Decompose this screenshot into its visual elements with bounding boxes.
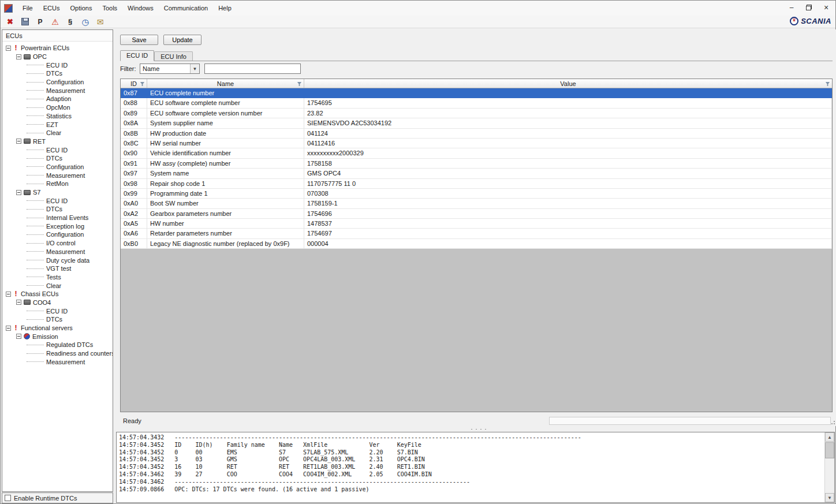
- filter-column-select[interactable]: Name ▼: [140, 64, 200, 74]
- update-button[interactable]: Update: [163, 35, 201, 45]
- tree-item-ecu-id[interactable]: ECU ID: [2, 307, 113, 315]
- splitter-grip-icon[interactable]: [469, 428, 489, 431]
- scroll-up-icon[interactable]: ▲: [825, 432, 834, 442]
- cell-name[interactable]: Legacy NE diagnostic number (replaced by…: [147, 239, 304, 249]
- menu-item[interactable]: Help: [213, 2, 237, 14]
- tree-item-io-control[interactable]: I/O control: [2, 239, 113, 248]
- tree-expander-icon[interactable]: [6, 46, 11, 51]
- tree-item-opc[interactable]: OPC: [2, 53, 113, 61]
- cell-id[interactable]: 0x98: [121, 179, 147, 189]
- save-button[interactable]: Save: [120, 35, 158, 45]
- chevron-down-icon[interactable]: ▼: [190, 64, 199, 73]
- tree-item-functional-servers[interactable]: Functional servers: [2, 324, 113, 333]
- cell-name[interactable]: HW number: [147, 219, 304, 229]
- cell-name[interactable]: HW production date: [147, 129, 304, 139]
- tab-ecu-id[interactable]: ECU ID: [120, 50, 154, 61]
- tree-item-regulated-dtcs[interactable]: Regulated DTCs: [2, 341, 113, 349]
- section-icon[interactable]: §: [65, 17, 75, 27]
- HW production date[interactable]: 0x8B HW production date 041124: [121, 129, 832, 139]
- tree-item-s7[interactable]: S7: [2, 188, 113, 197]
- ECU software complete number[interactable]: 0x88 ECU software complete number 175469…: [121, 98, 832, 108]
- log-scrollbar[interactable]: ▲ ▼: [824, 432, 834, 502]
- column-header-value[interactable]: Value: [304, 79, 832, 88]
- tree-item-chassi-ecus[interactable]: Chassi ECUs: [2, 290, 113, 298]
- tree-expander-icon[interactable]: [16, 190, 21, 195]
- tree-item-clear[interactable]: Clear: [2, 281, 113, 290]
- cell-id[interactable]: 0x90: [121, 148, 147, 158]
- cell-name[interactable]: Gearbox parameters number: [147, 209, 304, 219]
- tree-item-ezt[interactable]: EZT: [2, 120, 113, 129]
- tree-item-ret[interactable]: RET: [2, 137, 113, 146]
- tree-item-dtcs[interactable]: DTCs: [2, 205, 113, 214]
- tree-item-measurement[interactable]: Measurement: [2, 357, 113, 366]
- cell-value[interactable]: 1754697: [304, 229, 832, 238]
- tree-item-measurement[interactable]: Measurement: [2, 86, 113, 95]
- cell-value[interactable]: 1758158: [304, 159, 832, 169]
- cell-value[interactable]: 1758159-1: [304, 199, 832, 208]
- cell-name[interactable]: System supplier name: [147, 118, 304, 128]
- cell-id[interactable]: 0x97: [121, 169, 147, 178]
- cell-id[interactable]: 0x8C: [121, 139, 147, 148]
- cell-value[interactable]: GMS OPC4: [304, 169, 832, 178]
- scrollbar-thumb[interactable]: [825, 442, 834, 458]
- cell-id[interactable]: 0x91: [121, 159, 147, 169]
- HW serial number[interactable]: 0x8C HW serial number 04112416: [121, 139, 832, 148]
- ECU complete number[interactable]: 0x87 ECU complete number: [121, 88, 832, 98]
- cell-value[interactable]: 000004: [304, 239, 832, 249]
- cell-name[interactable]: Boot SW number: [147, 199, 304, 208]
- System supplier name[interactable]: 0x8A System supplier name SIEMENSVDO A2C…: [121, 118, 832, 128]
- tree-item-vgt-test[interactable]: VGT test: [2, 264, 113, 273]
- menu-item[interactable]: ECUs: [38, 2, 65, 14]
- filter-input[interactable]: [204, 64, 301, 74]
- cell-id[interactable]: 0x89: [121, 109, 147, 118]
- tree-item-ecu-id[interactable]: ECU ID: [2, 145, 113, 154]
- menu-item[interactable]: Windows: [122, 2, 159, 14]
- cell-value[interactable]: SIEMENSVDO A2C53034192: [304, 118, 832, 128]
- filter-funnel-icon[interactable]: [140, 81, 145, 88]
- cell-id[interactable]: 0xA0: [121, 199, 147, 208]
- cell-name[interactable]: Retarder parameters number: [147, 229, 304, 238]
- tree-item-emission[interactable]: Emission: [2, 332, 113, 341]
- menu-item[interactable]: Communication: [159, 2, 213, 14]
- tree-item-measurement[interactable]: Measurement: [2, 248, 113, 256]
- cell-id[interactable]: 0x8B: [121, 129, 147, 139]
- clock-icon[interactable]: ◷: [80, 17, 90, 27]
- resize-grip-icon[interactable]: [830, 419, 835, 425]
- Vehicle identification number[interactable]: 0x90 Vehicle identification number xxxxx…: [121, 148, 832, 158]
- tree-item-adaption[interactable]: Adaption: [2, 95, 113, 103]
- System name[interactable]: 0x97 System name GMS OPC4: [121, 169, 832, 178]
- cell-id[interactable]: 0xA6: [121, 229, 147, 238]
- tree-expander-icon[interactable]: [16, 139, 21, 144]
- tree-expander-icon[interactable]: [16, 300, 21, 305]
- tree-item-coo4[interactable]: COO4: [2, 298, 113, 307]
- cell-id[interactable]: 0x8A: [121, 118, 147, 128]
- save-icon[interactable]: [20, 17, 30, 27]
- tab-ecu-info[interactable]: ECU Info: [154, 51, 193, 61]
- tree-item-tests[interactable]: Tests: [2, 273, 113, 282]
- tree-item-exception-log[interactable]: Exception log: [2, 222, 113, 230]
- cell-name[interactable]: Repair shop code 1: [147, 179, 304, 189]
- tree-item-measurement[interactable]: Measurement: [2, 171, 113, 180]
- cell-name[interactable]: HW assy (complete) number: [147, 159, 304, 169]
- filter-funnel-icon[interactable]: [825, 81, 830, 88]
- cell-id[interactable]: 0xA2: [121, 209, 147, 219]
- Retarder parameters number[interactable]: 0xA6 Retarder parameters number 1754697: [121, 229, 832, 238]
- cell-value[interactable]: [304, 88, 832, 98]
- tree-item-duty-cycle-data[interactable]: Duty cycle data: [2, 256, 113, 264]
- cell-id[interactable]: 0x99: [121, 189, 147, 199]
- tree-expander-icon[interactable]: [6, 326, 11, 331]
- cell-value[interactable]: 1478537: [304, 219, 832, 229]
- tree-item-readiness-and-counters[interactable]: Readiness and counters: [2, 349, 113, 358]
- Boot SW number[interactable]: 0xA0 Boot SW number 1758159-1: [121, 199, 832, 208]
- Repair shop code 1[interactable]: 0x98 Repair shop code 1 1170757775 11 0: [121, 179, 832, 189]
- tree-item-clear[interactable]: Clear: [2, 129, 113, 137]
- mail-icon[interactable]: ✉: [95, 17, 105, 27]
- cell-value[interactable]: 04112416: [304, 139, 832, 148]
- close-button[interactable]: ×: [822, 3, 831, 12]
- cell-name[interactable]: ECU software complete version number: [147, 109, 304, 118]
- cell-value[interactable]: 1754695: [304, 98, 832, 108]
- tree-item-opcmon[interactable]: OpcMon: [2, 103, 113, 112]
- tree-item-dtcs[interactable]: DTCs: [2, 69, 113, 78]
- tree-item-dtcs[interactable]: DTCs: [2, 154, 113, 163]
- warning-triangle-icon[interactable]: ⚠: [50, 17, 60, 27]
